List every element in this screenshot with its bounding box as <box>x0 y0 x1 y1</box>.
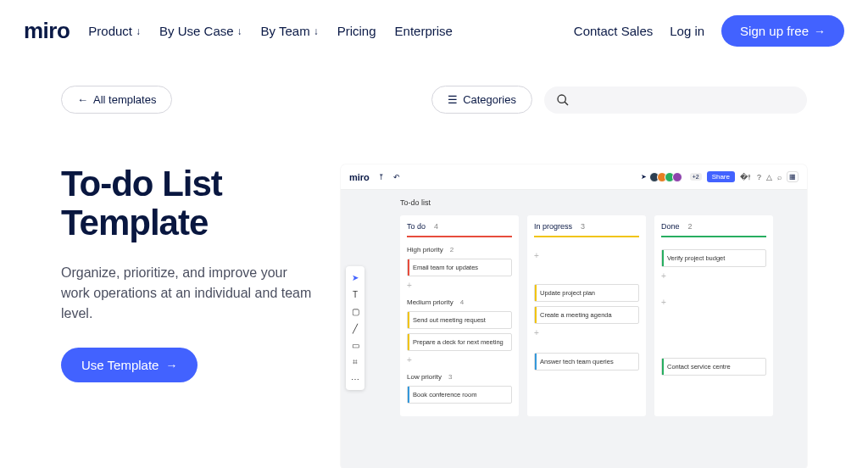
sticky-tool-icon: ▢ <box>349 305 361 317</box>
undo-icon: ↶ <box>393 173 400 181</box>
preview-topbar: miro ⤒ ↶ ➤ +2 Share �⫯ ? △ ⌕ <box>341 164 807 190</box>
column-header: In progress3 <box>534 220 639 237</box>
section-low: Low priority3 <box>407 373 512 381</box>
card: Book conference room <box>407 386 512 404</box>
add-card: + <box>407 355 512 365</box>
add-card: + <box>661 298 766 307</box>
card: Email team for updates <box>407 259 512 276</box>
card: Send out meeting request <box>407 311 512 329</box>
sliders-icon: �⫯ <box>740 173 752 181</box>
share-button: Share <box>707 171 735 182</box>
column-progress: In progress3 + Update project plan Creat… <box>527 215 646 416</box>
nav-pricing[interactable]: Pricing <box>337 24 376 38</box>
search-icon: ⌕ <box>777 173 782 181</box>
section-high: High priority2 <box>407 246 512 254</box>
column-header: To do4 <box>407 220 512 237</box>
cursor-tool-icon: ➤ <box>349 271 361 283</box>
chevron-down-icon: ↓ <box>237 25 242 37</box>
board-title: To-do list <box>400 198 798 207</box>
all-templates-button[interactable]: ←All templates <box>61 86 172 114</box>
use-template-button[interactable]: Use Template→ <box>61 348 198 382</box>
card: Verify project budget <box>661 249 766 267</box>
avatars <box>652 172 682 182</box>
add-card: + <box>534 328 639 337</box>
upload-icon: ⤒ <box>378 173 385 181</box>
cursor-icon: ➤ <box>641 173 647 181</box>
arrow-right-icon: → <box>165 359 177 372</box>
search-icon <box>556 93 570 107</box>
list-icon: ☰ <box>448 93 458 106</box>
column-todo: To do4 High priority2 Email team for upd… <box>400 215 519 416</box>
help-icon: ? <box>757 173 761 181</box>
toolbox: ➤ T ▢ ╱ ▭ ⌗ ⋯ <box>346 266 364 390</box>
hero: To-do List Template Organize, prioritize… <box>0 114 868 468</box>
preview-logo: miro <box>349 172 370 182</box>
board: To-do list To do4 High priority2 Email t… <box>341 190 807 468</box>
arrow-right-icon: → <box>814 25 826 38</box>
nav-links: Product↓ By Use Case↓ By Team↓ Pricing E… <box>88 24 453 38</box>
nav-enterprise[interactable]: Enterprise <box>395 24 453 38</box>
card: Contact service centre <box>661 358 766 376</box>
contact-sales-link[interactable]: Contact Sales <box>574 24 653 38</box>
logo[interactable]: miro <box>24 18 70 44</box>
svg-line-1 <box>565 102 568 105</box>
section-medium: Medium priority4 <box>407 298 512 306</box>
categories-button[interactable]: ☰Categories <box>431 86 532 114</box>
svg-point-0 <box>558 95 565 103</box>
add-card: + <box>407 281 512 290</box>
add-card: + <box>661 271 766 281</box>
login-link[interactable]: Log in <box>670 24 704 38</box>
hero-left: To-do List Template Organize, prioritize… <box>61 164 315 468</box>
arrow-left-icon: ← <box>77 93 88 106</box>
template-preview: miro ⤒ ↶ ➤ +2 Share �⫯ ? △ ⌕ <box>341 164 807 468</box>
search-input[interactable] <box>544 86 807 114</box>
shape-tool-icon: ▭ <box>349 339 361 351</box>
line-tool-icon: ╱ <box>349 322 361 334</box>
card: Prepare a deck for next meeting <box>407 333 512 351</box>
page-title: To-do List Template <box>61 164 315 242</box>
nav-product[interactable]: Product↓ <box>88 24 141 38</box>
card: Answer tech team queries <box>534 353 639 370</box>
page-subtitle: Organize, prioritize, and improve your w… <box>61 263 315 324</box>
grid-icon: ▦ <box>787 171 798 182</box>
card: Update project plan <box>534 284 639 302</box>
frame-tool-icon: ⌗ <box>349 356 361 368</box>
avatar <box>672 172 682 182</box>
more-tool-icon: ⋯ <box>349 373 361 385</box>
signup-button[interactable]: Sign up free→ <box>721 15 844 47</box>
nav-use-case[interactable]: By Use Case↓ <box>159 24 242 38</box>
sub-bar: ←All templates ☰Categories <box>0 86 868 114</box>
card: Create a meeting agenda <box>534 306 639 324</box>
bell-icon: △ <box>766 173 772 181</box>
avatar-overflow: +2 <box>690 173 702 181</box>
nav-team[interactable]: By Team↓ <box>261 24 319 38</box>
chevron-down-icon: ↓ <box>314 25 319 37</box>
column-header: Done2 <box>661 220 766 237</box>
add-card: + <box>534 251 639 260</box>
column-done: Done2 Verify project budget + + Contact … <box>654 215 773 416</box>
nav-right: Contact Sales Log in Sign up free→ <box>574 15 844 47</box>
text-tool-icon: T <box>349 288 361 300</box>
chevron-down-icon: ↓ <box>136 25 141 37</box>
top-nav: miro Product↓ By Use Case↓ By Team↓ Pric… <box>0 0 868 62</box>
